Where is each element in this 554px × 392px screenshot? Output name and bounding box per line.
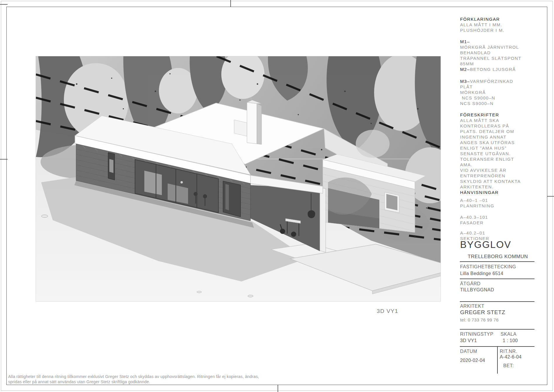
date-value: 2020-02-04 xyxy=(460,358,485,363)
porch-glass-reflection xyxy=(225,184,229,210)
material-m3-line: PLÅT xyxy=(460,84,540,90)
regulations-line: PLATS. DETALJER OM xyxy=(460,129,540,134)
regulations-line: ENLIGT ”AMA HUS” xyxy=(460,145,540,151)
fold-mark xyxy=(278,385,278,392)
date-label: DATUM xyxy=(460,349,477,354)
drawing-type-label: RITNINGSTYP xyxy=(460,332,493,337)
porch-corner-column xyxy=(320,188,326,252)
regulations-line: KONTROLLERAS PÅ xyxy=(460,123,540,129)
material-m3-code: M3– xyxy=(460,79,470,84)
material-m2-value: BETONG LJUSGRÅ xyxy=(470,67,516,72)
property-value: Lilla Beddinge 6514 xyxy=(460,271,503,276)
reference-label: FASADER xyxy=(460,220,540,225)
reference-code: A–40.3–101 xyxy=(460,214,540,220)
regulations-title: FÖRESKRIFTER xyxy=(460,112,540,118)
fold-mark xyxy=(230,0,231,7)
regulations-line: ENTREPRENÖREN xyxy=(460,173,540,178)
number-label: RIT.NR. xyxy=(500,349,517,354)
legend-line: ALLA MÅTT I MM. xyxy=(460,22,540,27)
copyright-line: spridas eller på annat sätt användas uta… xyxy=(8,379,150,384)
architect-phone: tel: 0 733 76 99 76 xyxy=(460,317,499,322)
property-label: FASTIGHETBETECKING xyxy=(460,264,516,270)
regulations-line: AMA. xyxy=(460,162,540,167)
regulations-line: TOLERANSER ENLIGT xyxy=(460,156,540,162)
material-m1-line: BEHANDLAD xyxy=(460,50,540,55)
reference-code: A–40–1 –01 xyxy=(460,197,540,203)
municipality: TRELLEBORG KOMMUN xyxy=(468,254,528,260)
number-value: A-42-6-04 xyxy=(500,354,522,360)
material-m1-code: M1– xyxy=(460,39,540,44)
material-m3-line: NCS S9000–N xyxy=(460,95,540,101)
titleblock-rule xyxy=(460,279,534,279)
titleblock-rule xyxy=(460,301,534,302)
drawing-viewport xyxy=(36,56,441,302)
material-m1-line: TRÄPANNEL SLÄTSPONT xyxy=(460,55,540,61)
fold-mark xyxy=(0,159,8,160)
material-m3-line: MÖRKGRÅ xyxy=(460,90,540,95)
regulations-line: INGENTING ANNAT xyxy=(460,134,540,140)
fold-mark xyxy=(547,196,554,197)
material-m3-line: NCS S9000–N xyxy=(460,101,540,106)
legend-title: FÖRKLARINGAR xyxy=(460,16,540,22)
scale-value: 1 : 100 xyxy=(503,338,518,343)
architect-name: GREGER STETZ xyxy=(460,309,505,316)
references-title: HÄNVISNINGAR xyxy=(460,190,540,195)
action-value: TILLBYGGNAD xyxy=(460,287,494,293)
drawing-sheet: { "palette": { "paper": "#ffffff", "fram… xyxy=(0,0,554,392)
fold-mark xyxy=(0,4,8,5)
titleblock-rule xyxy=(460,329,534,330)
wing-window-glass xyxy=(386,194,397,210)
3d-view-rendering xyxy=(36,56,441,301)
regulations-line: ARKITEKTEN. xyxy=(460,184,540,190)
material-m1-line: MÖRKGRÅ JÄRNVITROL xyxy=(460,44,540,50)
regulations-line: SKYLDIG ATT KONTAKTA xyxy=(460,178,540,184)
regulations-line: ANGES SKA UTFÖRAS xyxy=(460,140,540,145)
material-m1-line: 85MM xyxy=(460,61,540,66)
reference-code: A–40.2–01 xyxy=(460,230,540,236)
annotation-column: FÖRKLARINGAR ALLA MÅTT I MM. PLUSHÖJDER … xyxy=(460,16,540,241)
regulations-line: SENASTE UTGÅVAN. xyxy=(460,151,540,156)
material-m2-code: M2– xyxy=(460,67,470,72)
regulations-line: VID AVVIKELSE ÄR xyxy=(460,167,540,173)
reference-label: PLANRITNING xyxy=(460,203,540,209)
architect-label: ARKITEKT xyxy=(460,304,484,309)
material-m2-line: M2–BETONG LJUSGRÅ xyxy=(460,66,540,72)
scale-label: SKALA xyxy=(501,332,517,337)
material-m3-line: M3–VARMFÖRZINKAD xyxy=(460,78,540,84)
action-label: ÄTGÄRD xyxy=(460,281,481,286)
titleblock-divider xyxy=(497,346,498,374)
material-m3-value: VARMFÖRZINKAD xyxy=(470,79,513,84)
tall-window-reflection xyxy=(109,159,113,173)
permit-title: BYGGLOV xyxy=(460,239,511,250)
titleblock-rule xyxy=(460,261,534,262)
drawing-caption: 3D VY1 xyxy=(377,308,398,314)
regulations-line: ALLA MÅTT SKA xyxy=(460,118,540,123)
drawing-type-value: 3D VY1 xyxy=(460,338,477,343)
revision-label: BET: xyxy=(503,363,514,368)
legend-line: PLUSHÖJDER I M. xyxy=(460,27,540,33)
foliage-over-roof xyxy=(356,130,390,158)
copyright-line: Alla rättigheter till denna ritning till… xyxy=(8,374,259,379)
